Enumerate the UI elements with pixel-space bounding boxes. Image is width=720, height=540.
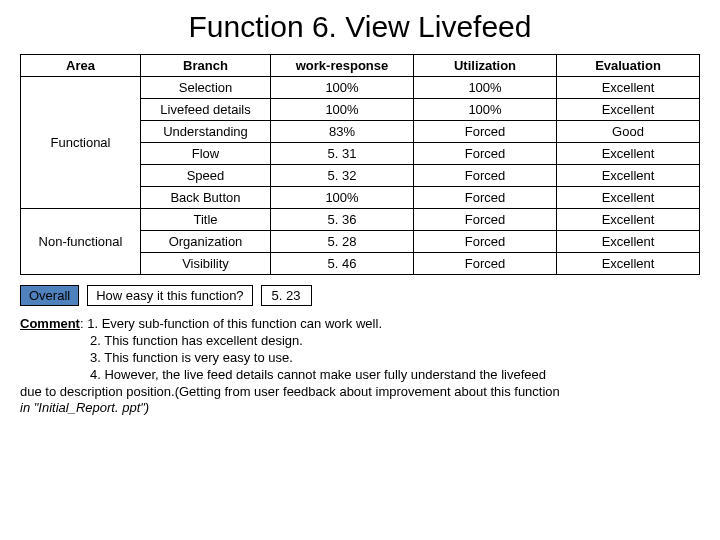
- utilization-cell: Forced: [414, 121, 557, 143]
- evaluation-cell: Excellent: [557, 209, 700, 231]
- comment-line-2: 2. This function has excellent design.: [20, 333, 303, 350]
- evaluation-cell: Excellent: [557, 143, 700, 165]
- area-cell: Functional: [21, 77, 141, 209]
- evaluation-cell: Excellent: [557, 231, 700, 253]
- utilization-cell: Forced: [414, 231, 557, 253]
- utilization-cell: Forced: [414, 165, 557, 187]
- branch-cell: Title: [141, 209, 271, 231]
- branch-cell: Livefeed details: [141, 99, 271, 121]
- work-response-cell: 5. 28: [271, 231, 414, 253]
- utilization-cell: 100%: [414, 99, 557, 121]
- col-area: Area: [21, 55, 141, 77]
- comment-label: Comment: [20, 316, 80, 331]
- overall-question: How easy it this function?: [87, 285, 252, 306]
- table-row: Non-functionalTitle5. 36ForcedExcellent: [21, 209, 700, 231]
- col-work-response: work-response: [271, 55, 414, 77]
- table-header-row: Area Branch work-response Utilization Ev…: [21, 55, 700, 77]
- comment-line-4: 4. However, the live feed details cannot…: [20, 367, 546, 384]
- evaluation-cell: Excellent: [557, 99, 700, 121]
- utilization-cell: 100%: [414, 77, 557, 99]
- work-response-cell: 5. 31: [271, 143, 414, 165]
- utilization-cell: Forced: [414, 209, 557, 231]
- col-evaluation: Evaluation: [557, 55, 700, 77]
- overall-value: 5. 23: [261, 285, 312, 306]
- branch-cell: Visibility: [141, 253, 271, 275]
- evaluation-cell: Excellent: [557, 77, 700, 99]
- comment-line-1: 1. Every sub-function of this function c…: [87, 316, 382, 331]
- work-response-cell: 5. 36: [271, 209, 414, 231]
- evaluation-table: Area Branch work-response Utilization Ev…: [20, 54, 700, 275]
- col-utilization: Utilization: [414, 55, 557, 77]
- comment-line-3: 3. This function is very easy to use.: [20, 350, 293, 367]
- page-title: Function 6. View Livefeed: [20, 10, 700, 44]
- table-row: FunctionalSelection100%100%Excellent: [21, 77, 700, 99]
- overall-label: Overall: [20, 285, 79, 306]
- branch-cell: Flow: [141, 143, 271, 165]
- utilization-cell: Forced: [414, 253, 557, 275]
- work-response-cell: 5. 32: [271, 165, 414, 187]
- comment-block: Comment: 1. Every sub-function of this f…: [20, 316, 700, 417]
- utilization-cell: Forced: [414, 143, 557, 165]
- work-response-cell: 100%: [271, 99, 414, 121]
- col-branch: Branch: [141, 55, 271, 77]
- evaluation-cell: Good: [557, 121, 700, 143]
- branch-cell: Selection: [141, 77, 271, 99]
- evaluation-cell: Excellent: [557, 187, 700, 209]
- work-response-cell: 83%: [271, 121, 414, 143]
- branch-cell: Back Button: [141, 187, 271, 209]
- area-cell: Non-functional: [21, 209, 141, 275]
- overall-row: Overall How easy it this function? 5. 23: [20, 285, 700, 306]
- comment-tail-2: in "Initial_Report. ppt"): [20, 400, 700, 417]
- evaluation-cell: Excellent: [557, 253, 700, 275]
- branch-cell: Speed: [141, 165, 271, 187]
- branch-cell: Organization: [141, 231, 271, 253]
- work-response-cell: 100%: [271, 187, 414, 209]
- work-response-cell: 100%: [271, 77, 414, 99]
- utilization-cell: Forced: [414, 187, 557, 209]
- evaluation-cell: Excellent: [557, 165, 700, 187]
- branch-cell: Understanding: [141, 121, 271, 143]
- comment-tail-1: due to description position.(Getting fro…: [20, 384, 700, 401]
- work-response-cell: 5. 46: [271, 253, 414, 275]
